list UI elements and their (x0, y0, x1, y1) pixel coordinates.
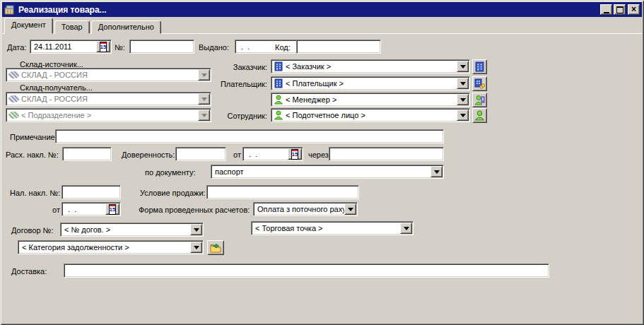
employee-combo[interactable]: < Подотчетное лицо > (271, 108, 470, 122)
date-field[interactable]: 24.11.2011 15 (30, 40, 112, 54)
payment-form-combo[interactable]: Оплата з поточного рахун (253, 202, 358, 216)
via-field[interactable] (329, 147, 444, 161)
number-field[interactable] (129, 40, 194, 54)
trade-point-combo[interactable]: < Торговая точка > (251, 221, 414, 235)
poa-input[interactable] (177, 149, 227, 159)
via-input[interactable] (331, 149, 445, 159)
warehouse-dest-label: Склад-получатель... (20, 83, 93, 92)
debt-category-combo[interactable]: < Категория задолженности > (18, 240, 204, 254)
expense-invoice-input[interactable] (64, 149, 112, 159)
tax-invoice-field[interactable] (62, 185, 121, 199)
by-document-combo[interactable]: паспорт (211, 165, 444, 179)
dropdown-arrow-button[interactable] (190, 242, 202, 253)
employee-label: Сотрудник: (223, 112, 267, 120)
poa-from-label: от (233, 150, 241, 159)
chevron-down-icon (460, 114, 466, 120)
building-coins-icon (474, 78, 485, 89)
poa-from-field[interactable]: . . 15 (242, 147, 303, 161)
tab-additional[interactable]: Дополнительно (91, 20, 161, 34)
chevron-down-icon (201, 114, 207, 120)
chevron-down-icon (460, 82, 466, 88)
expense-invoice-field[interactable] (62, 147, 112, 161)
window-controls: × (599, 4, 640, 15)
warehouse-dest-combo[interactable]: СКЛАД - РОССИЯ (6, 92, 211, 106)
chevron-down-icon (348, 208, 353, 214)
minimize-button[interactable] (600, 4, 612, 15)
contract-combo[interactable]: < № догов. > (60, 223, 204, 237)
number-input[interactable] (131, 42, 195, 52)
dropdown-arrow-button[interactable] (457, 94, 469, 105)
payer-value: < Плательщик > (286, 79, 344, 88)
minimize-icon (604, 12, 609, 13)
dropdown-arrow-button[interactable] (344, 203, 356, 215)
delivery-field[interactable] (64, 264, 549, 278)
payer-combo[interactable]: < Плательщик > (271, 76, 470, 90)
building-icon (274, 78, 283, 88)
tax-from-field[interactable]: . . 15 (62, 202, 121, 216)
customer-label: Заказчик: (226, 63, 267, 71)
department-combo[interactable]: < Подразделение > (6, 108, 211, 122)
dropdown-arrow-button (198, 110, 210, 121)
customer-directory-button[interactable] (472, 59, 487, 74)
by-document-label: по документу: (145, 168, 195, 177)
chevron-down-icon (201, 98, 207, 104)
dropdown-arrow-button[interactable] (457, 110, 469, 121)
calendar-icon: 15 (100, 42, 107, 52)
manager-value: < Менеджер > (286, 95, 336, 104)
open-folder-arrow-icon (210, 243, 221, 253)
date-value: 24.11.2011 (34, 42, 71, 51)
dropdown-arrow-button[interactable] (431, 166, 443, 177)
chevron-down-icon (434, 170, 440, 177)
poa-label: Доверенность: (122, 150, 175, 159)
window-title: Реализация товара... (18, 5, 107, 15)
maximize-button[interactable] (614, 4, 626, 15)
delivery-label: Доставка: (11, 267, 47, 276)
poa-from-value: . . (247, 150, 259, 158)
issued-label: Выдано: (199, 43, 229, 52)
tab-bar: Документ Товар Дополнительно (4, 19, 163, 34)
debt-category-open-button[interactable] (207, 240, 224, 255)
date-calendar-button[interactable]: 15 (96, 41, 110, 52)
issued-value: . . (239, 42, 252, 51)
title-bar[interactable]: Реализация товара... × (2, 2, 642, 17)
dropdown-arrow-button[interactable] (190, 224, 202, 235)
payer-directory-button[interactable] (472, 76, 487, 91)
employee-directory-button[interactable] (472, 108, 487, 123)
debt-category-value: < Категория задолженности > (22, 243, 129, 252)
sale-condition-label: Условие продажи: (140, 189, 206, 197)
dropdown-arrow-button[interactable] (400, 223, 412, 234)
manager-directory-button[interactable] (472, 93, 487, 107)
tax-invoice-input[interactable] (64, 187, 122, 197)
sale-condition-field[interactable] (206, 185, 359, 199)
payment-form-value: Оплата з поточного рахун (257, 205, 351, 213)
code-input[interactable] (298, 42, 382, 52)
tab-goods[interactable]: Товар (54, 20, 90, 34)
dropdown-arrow-button (198, 93, 210, 105)
tab-document[interactable]: Документ (4, 18, 53, 34)
chevron-down-icon (460, 98, 466, 105)
by-document-value: паспорт (215, 167, 244, 176)
person-icon (274, 95, 283, 105)
manager-combo[interactable]: < Менеджер > (271, 93, 470, 107)
poa-from-calendar-button[interactable]: 15 (288, 148, 302, 160)
delivery-input[interactable] (66, 266, 550, 276)
person-card-icon (474, 95, 485, 105)
calendar-icon: 15 (291, 149, 299, 160)
dropdown-arrow-button[interactable] (457, 78, 469, 89)
note-input[interactable] (57, 131, 445, 141)
dropdown-arrow-button[interactable] (457, 61, 469, 72)
tax-from-calendar-button[interactable]: 15 (105, 203, 119, 215)
close-button[interactable]: × (628, 4, 640, 15)
note-field[interactable] (55, 129, 444, 143)
code-field[interactable] (296, 40, 381, 54)
chevron-down-icon (404, 227, 409, 233)
trade-point-value: < Торговая точка > (255, 224, 323, 232)
chevron-down-icon (194, 246, 199, 252)
tax-from-label: от (52, 206, 60, 214)
expense-invoice-label: Расх. накл. №: (6, 150, 59, 159)
customer-combo[interactable]: < Заказчик > (271, 59, 470, 73)
warehouse-source-combo[interactable]: СКЛАД - РОССИЯ (6, 68, 211, 82)
chevron-down-icon (460, 65, 466, 71)
poa-field[interactable] (175, 147, 226, 161)
sale-condition-input[interactable] (209, 187, 360, 197)
